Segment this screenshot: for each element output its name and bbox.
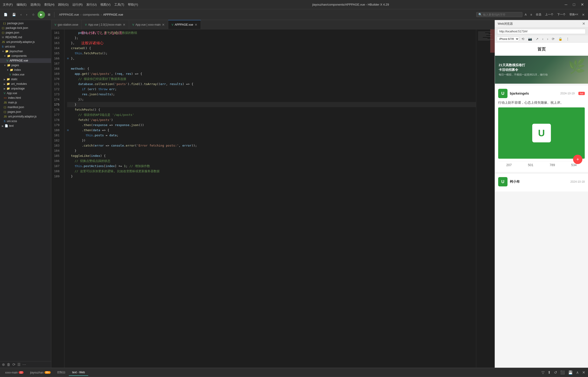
- menu-tools[interactable]: 工具(T): [114, 2, 124, 7]
- back-nav-button[interactable]: ‹: [541, 36, 545, 41]
- sidebar-icon3[interactable]: ⟳: [12, 362, 15, 367]
- forward-button[interactable]: ›: [24, 12, 29, 17]
- minimize-button[interactable]: ─: [563, 2, 569, 7]
- font-size-button[interactable]: A: [523, 12, 528, 17]
- folder-text[interactable]: ▶ 📄 text: [0, 123, 51, 128]
- fold-indicator[interactable]: ⊟: [67, 128, 71, 133]
- menu-bar[interactable]: 文件(F) 编辑(E) 选择(S) 查找(H) 跳转(G) 运行(R) 发行(U…: [3, 2, 138, 7]
- folder-jiayouzhan[interactable]: ▼ 📁 jiayouzhan: [0, 49, 51, 54]
- folder-components[interactable]: ▼ 📁 components: [0, 54, 51, 58]
- file-apppage-vue[interactable]: V APPPAGE.vue: [0, 58, 51, 63]
- breadcrumb-root[interactable]: APPPAGE.vue: [59, 13, 79, 16]
- search-controls[interactable]: A ≡ 全选 上一个 下一个 替换<< ✕: [523, 12, 586, 17]
- url-input[interactable]: [497, 29, 586, 34]
- file-uni-scss2[interactable]: S uni.scss: [0, 119, 51, 123]
- tab-close-button[interactable]: ✕: [195, 23, 197, 27]
- menu-run[interactable]: 运行(R): [72, 2, 83, 7]
- menu-file[interactable]: 文件(F): [3, 2, 13, 7]
- folder-uni-modules[interactable]: ▶ 📁 uni_modules: [0, 82, 51, 86]
- replace-button[interactable]: 替换<<: [568, 12, 580, 17]
- close-button[interactable]: ✕: [579, 2, 585, 7]
- file-main-js[interactable]: JS main.js: [0, 100, 51, 105]
- folder-unpackage[interactable]: ▶ 📁 unpackage: [0, 86, 51, 91]
- tab-app-vue-1[interactable]: V App.vue | 2.0(1)/xxxx-main ✕: [82, 20, 129, 29]
- code-text: });: [71, 97, 84, 102]
- file-package-lock[interactable]: { } package-lock.json: [0, 26, 51, 30]
- toggle-button[interactable]: ⊞: [46, 12, 52, 17]
- refresh-button[interactable]: ⟳: [550, 36, 556, 41]
- file-readme[interactable]: M README.md: [0, 35, 51, 40]
- banner-image: 21天高数模拟卷打卡活动招募令 每日一模拟，不模拟一起坚持21天，做行动 🌿: [495, 56, 588, 84]
- close-search-button[interactable]: ✕: [581, 12, 586, 17]
- window-controls[interactable]: ─ □ ✕: [563, 2, 585, 7]
- next-button[interactable]: 下一个: [556, 12, 567, 17]
- maximize-button[interactable]: □: [571, 2, 576, 7]
- file-index-vue[interactable]: V index.vue: [0, 72, 51, 77]
- run-button[interactable]: ▶: [38, 11, 45, 18]
- file-package-json[interactable]: { } package.json: [0, 21, 51, 26]
- menu-goto[interactable]: 跳转(G): [58, 2, 69, 7]
- collapse-up-button[interactable]: ∧: [575, 370, 580, 375]
- save-button[interactable]: 💾: [10, 12, 18, 17]
- tab-xxxx-main[interactable]: xxxx-main 12: [2, 370, 27, 376]
- close-panel-button[interactable]: ✕: [581, 370, 586, 375]
- save-log-button[interactable]: 💾: [567, 370, 574, 375]
- post-header-2: U 柯小布 2024-10-18: [498, 177, 585, 186]
- tab-close-button[interactable]: ✕: [123, 23, 125, 27]
- stop-button[interactable]: ⬛: [559, 370, 566, 375]
- folder-index[interactable]: ▼ 📁 index: [0, 68, 51, 72]
- file-uni-promisify[interactable]: JS uni.promisify.adaptor.js: [0, 40, 51, 44]
- file-uni-promisify2[interactable]: JS uni.promisify.adaptor.js: [0, 114, 51, 119]
- menu-edit[interactable]: 编辑(E): [17, 2, 27, 7]
- menu-view[interactable]: 视图(V): [100, 2, 110, 7]
- more-button[interactable]: ⋮: [565, 36, 571, 41]
- tab-jiayouzhan[interactable]: jiayouzhan 99+: [27, 370, 54, 376]
- tab-close-button[interactable]: ✕: [162, 23, 165, 27]
- filter-button[interactable]: ▽: [541, 370, 545, 375]
- sidebar-icon1[interactable]: ⊕: [2, 362, 5, 367]
- sidebar-icon4[interactable]: ☰: [17, 362, 21, 367]
- sidebar-icon2[interactable]: 🗑: [7, 363, 11, 367]
- menu-publish[interactable]: 发行(U): [86, 2, 97, 7]
- indent-button[interactable]: ≡: [529, 12, 533, 17]
- file-pages-json2[interactable]: { } pages.json: [0, 109, 51, 114]
- code-line-163: },: [67, 41, 476, 46]
- tab-gas-station[interactable]: V gas-station.uvue: [51, 20, 82, 29]
- file-uni-scss[interactable]: S uni.scss: [0, 44, 51, 49]
- file-app-vue[interactable]: V App.vue: [0, 91, 51, 95]
- breadcrumb-components[interactable]: components: [83, 13, 100, 16]
- select-all-button[interactable]: 全选: [534, 12, 543, 17]
- folder-pages[interactable]: ▼ 📁 pages: [0, 63, 51, 68]
- menu-find[interactable]: 查找(H): [44, 2, 54, 7]
- reload-button[interactable]: ↺: [553, 370, 558, 375]
- share-button[interactable]: ↗: [534, 36, 540, 41]
- rotate-button[interactable]: ⟲: [520, 36, 526, 41]
- upload-button[interactable]: ⬆: [547, 370, 551, 375]
- file-label: package.json: [7, 22, 24, 25]
- fold-indicator[interactable]: ⊟: [67, 56, 71, 61]
- search-input[interactable]: [483, 13, 520, 16]
- device-select[interactable]: iPhone 6/7/8: [497, 36, 519, 41]
- file-index-html[interactable]: <> index.html: [0, 95, 51, 100]
- browser-close-button[interactable]: ✕: [582, 22, 585, 26]
- folder-label: unpackage: [11, 87, 25, 90]
- tab-apppage-vue[interactable]: V APPPAGE.vue ✕: [168, 20, 201, 29]
- search-box[interactable]: 🔍: [476, 12, 522, 17]
- menu-select[interactable]: 选择(S): [30, 2, 40, 7]
- forward-nav-button[interactable]: ›: [546, 36, 550, 41]
- bookmark-button[interactable]: ☆: [30, 12, 37, 17]
- new-file-button[interactable]: 📄: [2, 12, 9, 17]
- screenshot-button[interactable]: 📷: [527, 36, 533, 41]
- tab-console[interactable]: 控制台: [54, 369, 69, 376]
- menu-help[interactable]: 帮助(Y): [128, 2, 138, 7]
- prev-button[interactable]: 上一个: [544, 12, 555, 17]
- folder-static[interactable]: ▶ 📁 static: [0, 77, 51, 82]
- file-pages-json[interactable]: { } pages.json: [0, 30, 51, 35]
- tab-app-vue-2[interactable]: V App.vue | xxxx-main ✕: [129, 20, 168, 29]
- code-text-area[interactable]: 告らわれてしまっな心法 这般诉诸倾心 posts: [], // 用于存储帖子数…: [64, 29, 476, 368]
- sidebar-icon5[interactable]: ⋯: [22, 362, 26, 367]
- tab-text-web[interactable]: text - Web: [69, 369, 88, 376]
- banner-text-area: 21天高数模拟卷打卡活动招募令 每日一模拟，不模拟一起坚持21天，做行动: [499, 63, 548, 76]
- back-button[interactable]: ‹: [19, 12, 23, 17]
- file-manifest-json[interactable]: { } manifest.json: [0, 105, 51, 109]
